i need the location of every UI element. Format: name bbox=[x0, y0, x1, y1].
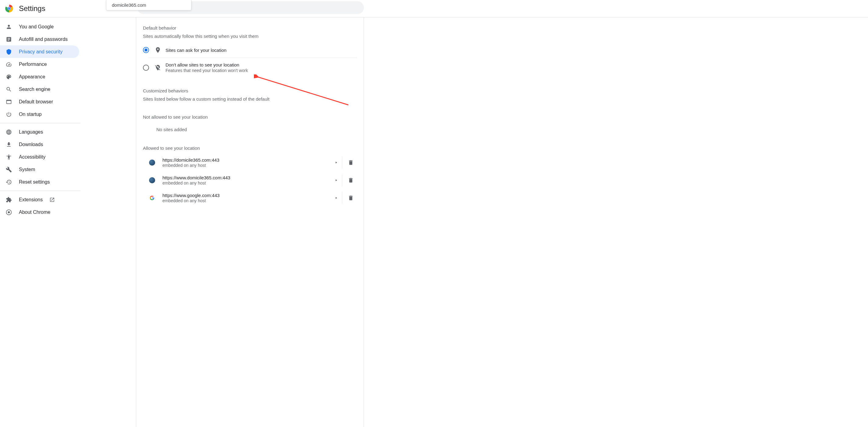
sidebar-divider bbox=[0, 123, 81, 123]
site-row: https://domicile365.com:443 embedded on … bbox=[136, 154, 364, 171]
site-favicon-icon bbox=[149, 195, 155, 201]
reset-icon bbox=[5, 179, 12, 186]
site-favicon-icon bbox=[149, 160, 155, 166]
site-sub: embedded on any host bbox=[162, 163, 330, 168]
search-icon bbox=[5, 86, 12, 93]
palette-icon bbox=[5, 74, 12, 80]
delete-site-button[interactable] bbox=[345, 174, 357, 187]
sidebar-item-label: You and Google bbox=[19, 24, 54, 30]
radio-dont-allow[interactable]: Don't allow sites to see your location F… bbox=[148, 58, 357, 77]
download-icon bbox=[5, 141, 12, 148]
sidebar-item-languages[interactable]: Languages bbox=[0, 126, 79, 138]
shield-icon bbox=[5, 49, 12, 55]
sidebar-item-extensions[interactable]: Extensions bbox=[0, 193, 79, 206]
svg-point-6 bbox=[8, 211, 10, 213]
site-sub: embedded on any host bbox=[162, 180, 330, 186]
site-url: https://www.google.com:443 bbox=[162, 193, 330, 198]
sidebar-item-label: Autofill and passwords bbox=[19, 37, 68, 42]
expand-site-button[interactable] bbox=[330, 192, 342, 204]
customized-subtext: Sites listed below follow a custom setti… bbox=[136, 96, 364, 105]
sidebar-item-label: Privacy and security bbox=[19, 49, 62, 55]
radio-sites-can-ask[interactable]: Sites can ask for your location bbox=[148, 42, 357, 58]
sidebar-item-label: Appearance bbox=[19, 74, 45, 80]
site-row: https://www.google.com:443 embedded on a… bbox=[136, 189, 364, 207]
sidebar-item-performance[interactable]: Performance bbox=[0, 58, 79, 70]
sidebar-item-label: System bbox=[19, 167, 35, 172]
external-link-icon bbox=[50, 197, 55, 202]
sidebar-item-about-chrome[interactable]: About Chrome bbox=[0, 206, 79, 218]
not-allowed-empty: No sites added bbox=[136, 123, 364, 136]
page-title: Settings bbox=[19, 4, 45, 13]
person-icon bbox=[5, 24, 12, 30]
globe-icon bbox=[5, 129, 12, 136]
radio-label: Don't allow sites to see your location bbox=[165, 62, 248, 67]
default-behavior-subtext: Sites automatically follow this setting … bbox=[136, 33, 364, 42]
expand-site-button[interactable] bbox=[330, 156, 342, 169]
svg-point-4 bbox=[8, 7, 10, 9]
delete-site-button[interactable] bbox=[345, 156, 357, 169]
site-url: https://domicile365.com:443 bbox=[162, 158, 330, 163]
autofill-icon bbox=[5, 36, 12, 43]
chrome-icon bbox=[5, 209, 12, 216]
settings-sidebar: You and Google Autofill and passwords Pr… bbox=[0, 18, 81, 427]
sidebar-item-downloads[interactable]: Downloads bbox=[0, 138, 79, 151]
sidebar-item-label: About Chrome bbox=[19, 209, 50, 215]
sidebar-item-system[interactable]: System bbox=[0, 163, 79, 176]
sidebar-item-appearance[interactable]: Appearance bbox=[0, 70, 79, 83]
chrome-logo-icon bbox=[5, 4, 13, 13]
speed-icon bbox=[5, 61, 12, 68]
radio-label: Sites can ask for your location bbox=[165, 48, 226, 53]
default-behavior-heading: Default behavior bbox=[136, 18, 364, 33]
site-sub: embedded on any host bbox=[162, 198, 330, 203]
allowed-heading: Allowed to see your location bbox=[136, 136, 364, 154]
sidebar-item-default-browser[interactable]: Default browser bbox=[0, 95, 79, 108]
sidebar-item-label: Performance bbox=[19, 62, 47, 67]
sidebar-item-accessibility[interactable]: Accessibility bbox=[0, 151, 79, 163]
extension-icon bbox=[5, 196, 12, 203]
sidebar-item-label: On startup bbox=[19, 112, 42, 117]
site-url: https://www.domicile365.com:443 bbox=[162, 175, 330, 180]
sidebar-item-autofill[interactable]: Autofill and passwords bbox=[0, 33, 79, 46]
site-row: https://www.domicile365.com:443 embedded… bbox=[136, 171, 364, 189]
sidebar-item-reset[interactable]: Reset settings bbox=[0, 176, 79, 188]
accessibility-icon bbox=[5, 154, 12, 161]
sidebar-item-label: Default browser bbox=[19, 99, 53, 105]
sidebar-item-label: Accessibility bbox=[19, 154, 45, 160]
sidebar-divider bbox=[0, 191, 81, 191]
sidebar-item-you-and-google[interactable]: You and Google bbox=[0, 21, 79, 33]
location-icon bbox=[155, 47, 161, 53]
sidebar-item-on-startup[interactable]: On startup bbox=[0, 108, 79, 120]
sidebar-item-privacy-security[interactable]: Privacy and security bbox=[0, 46, 79, 58]
browser-icon bbox=[5, 98, 12, 105]
expand-site-button[interactable] bbox=[330, 174, 342, 187]
not-allowed-heading: Not allowed to see your location bbox=[136, 105, 364, 123]
main-content: Default behavior Sites automatically fol… bbox=[81, 18, 868, 427]
customized-heading: Customized behaviors bbox=[136, 77, 364, 96]
settings-content-card: Default behavior Sites automatically fol… bbox=[136, 18, 364, 427]
delete-site-button[interactable] bbox=[345, 192, 357, 204]
url-tooltip: domicile365.com bbox=[106, 0, 191, 10]
radio-button-checked[interactable] bbox=[143, 47, 149, 53]
radio-button-unchecked[interactable] bbox=[143, 65, 149, 71]
radio-sublabel: Features that need your location won't w… bbox=[165, 68, 248, 73]
site-favicon-icon bbox=[149, 177, 155, 183]
sidebar-item-label: Reset settings bbox=[19, 179, 50, 185]
location-off-icon bbox=[155, 64, 161, 71]
sidebar-item-label: Extensions bbox=[19, 197, 43, 202]
sidebar-item-label: Languages bbox=[19, 129, 43, 135]
app-header: Settings domicile365.com bbox=[0, 0, 868, 18]
sidebar-item-label: Search engine bbox=[19, 87, 50, 92]
sidebar-item-label: Downloads bbox=[19, 142, 43, 147]
wrench-icon bbox=[5, 166, 12, 173]
sidebar-item-search-engine[interactable]: Search engine bbox=[0, 83, 79, 95]
power-icon bbox=[5, 111, 12, 118]
